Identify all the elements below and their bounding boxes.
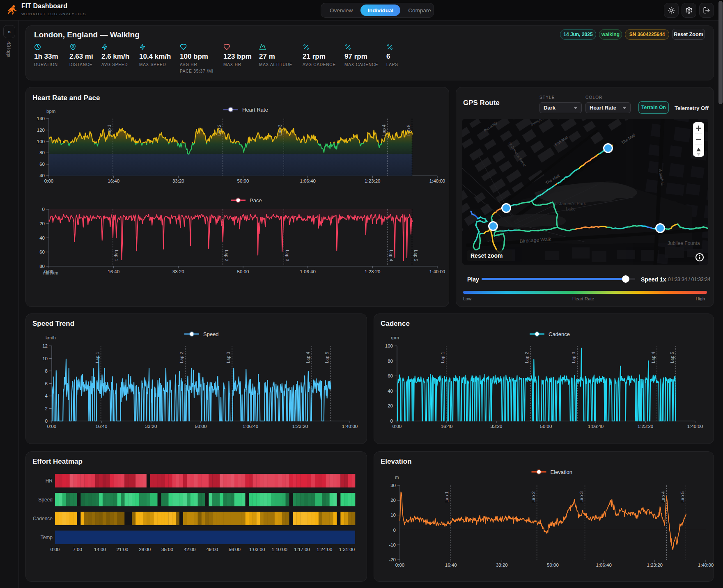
svg-text:min/km: min/km — [43, 270, 58, 275]
svg-text:Lap 2: Lap 2 — [531, 491, 536, 503]
svg-text:1:40:00: 1:40:00 — [698, 563, 714, 567]
svg-text:Lap 2: Lap 2 — [524, 352, 529, 363]
svg-text:8: 8 — [45, 368, 48, 373]
svg-text:35:00: 35:00 — [161, 547, 173, 552]
svg-text:Lap 1: Lap 1 — [114, 250, 119, 261]
svg-text:Lake: Lake — [566, 206, 576, 211]
svg-text:Effort Heatmap: Effort Heatmap — [32, 458, 83, 465]
svg-text:Cadence: Cadence — [549, 331, 570, 337]
svg-text:2: 2 — [45, 406, 48, 411]
svg-text:Lap 5: Lap 5 — [680, 491, 685, 503]
svg-text:0: 0 — [42, 207, 45, 212]
svg-text:Lap 4: Lap 4 — [305, 352, 310, 363]
svg-text:Lap 1: Lap 1 — [444, 491, 449, 503]
svg-text:0:00: 0:00 — [395, 563, 404, 567]
svg-text:7:00: 7:00 — [73, 547, 82, 552]
svg-text:40: 40 — [388, 389, 393, 394]
svg-text:33:20: 33:20 — [172, 178, 184, 183]
svg-text:rpm: rpm — [391, 335, 399, 340]
svg-text:80: 80 — [388, 359, 393, 364]
svg-text:1:10:00: 1:10:00 — [272, 547, 287, 552]
svg-text:42:00: 42:00 — [184, 547, 196, 552]
svg-text:12: 12 — [42, 343, 48, 348]
svg-text:HR: HR — [46, 478, 53, 484]
svg-text:1:06:40: 1:06:40 — [300, 178, 316, 183]
svg-text:16:40: 16:40 — [108, 269, 119, 274]
svg-text:10: 10 — [390, 512, 396, 517]
svg-text:40: 40 — [39, 236, 45, 240]
svg-text:1:23:20: 1:23:20 — [292, 424, 308, 429]
svg-text:1:40:00: 1:40:00 — [687, 424, 703, 429]
svg-text:Lap 1: Lap 1 — [440, 352, 445, 363]
svg-text:49:00: 49:00 — [206, 547, 218, 552]
svg-text:33:20: 33:20 — [145, 424, 157, 429]
svg-text:50:00: 50:00 — [547, 563, 559, 567]
svg-text:Lap 3: Lap 3 — [571, 352, 576, 363]
svg-text:21:00: 21:00 — [117, 547, 129, 552]
svg-text:6: 6 — [45, 381, 48, 386]
svg-text:1:23:20: 1:23:20 — [647, 563, 663, 567]
svg-text:Speed Trend: Speed Trend — [32, 320, 74, 327]
svg-text:Lap 3: Lap 3 — [285, 250, 290, 261]
svg-text:1:23:20: 1:23:20 — [365, 269, 380, 274]
svg-text:Lap 5: Lap 5 — [324, 352, 329, 363]
svg-text:16:40: 16:40 — [108, 178, 119, 183]
svg-text:1:03:00: 1:03:00 — [249, 547, 265, 552]
svg-text:100: 100 — [37, 139, 45, 144]
svg-text:0:00: 0:00 — [47, 424, 56, 429]
svg-text:40: 40 — [39, 173, 45, 178]
svg-text:1:23:20: 1:23:20 — [638, 424, 653, 429]
svg-text:28:00: 28:00 — [139, 547, 151, 552]
svg-text:-20: -20 — [389, 557, 396, 562]
svg-text:Lap 4: Lap 4 — [381, 124, 386, 136]
svg-text:Lap 5: Lap 5 — [670, 352, 675, 363]
svg-text:Reset zoom: Reset zoom — [471, 252, 503, 259]
svg-text:St James's Park: St James's Park — [553, 201, 586, 206]
svg-text:0:00: 0:00 — [44, 178, 53, 183]
svg-text:m: m — [395, 475, 399, 480]
svg-text:100: 100 — [385, 343, 393, 348]
svg-text:20: 20 — [388, 403, 393, 408]
svg-text:0:00: 0:00 — [50, 547, 60, 552]
svg-text:Speed: Speed — [38, 497, 53, 503]
svg-text:20: 20 — [39, 221, 45, 226]
svg-text:10: 10 — [42, 356, 48, 361]
svg-text:bpm: bpm — [46, 109, 55, 114]
svg-text:Lap 4: Lap 4 — [389, 250, 394, 261]
svg-text:0: 0 — [45, 419, 48, 423]
svg-text:Lap 2: Lap 2 — [224, 250, 229, 261]
svg-text:Speed: Speed — [203, 331, 219, 337]
svg-text:0: 0 — [393, 528, 396, 533]
svg-text:16:40: 16:40 — [96, 424, 108, 429]
svg-text:120: 120 — [37, 128, 45, 133]
svg-text:Lap 5: Lap 5 — [413, 250, 418, 261]
svg-text:4: 4 — [45, 394, 48, 398]
svg-text:Cadence: Cadence — [33, 516, 53, 522]
svg-text:60: 60 — [39, 249, 45, 254]
svg-text:1:17:00: 1:17:00 — [294, 547, 310, 552]
svg-text:1:40:00: 1:40:00 — [429, 269, 445, 274]
svg-text:Pace: Pace — [250, 197, 262, 204]
svg-text:Lap 2: Lap 2 — [179, 352, 184, 363]
svg-text:1:24:00: 1:24:00 — [317, 547, 332, 552]
svg-text:16:40: 16:40 — [445, 563, 457, 567]
svg-text:16:40: 16:40 — [441, 424, 453, 429]
svg-text:50:00: 50:00 — [237, 269, 249, 274]
svg-text:Lap 4: Lap 4 — [661, 491, 666, 503]
svg-text:60: 60 — [39, 162, 45, 167]
svg-text:Lap 4: Lap 4 — [651, 352, 656, 363]
svg-text:Cadence: Cadence — [381, 320, 410, 327]
svg-text:km/h: km/h — [46, 335, 56, 340]
svg-text:1:23:20: 1:23:20 — [365, 178, 380, 183]
svg-text:Elevation: Elevation — [551, 469, 572, 475]
svg-text:Temp: Temp — [41, 535, 53, 540]
svg-text:Heart Rate: Heart Rate — [242, 107, 268, 113]
svg-text:80: 80 — [39, 264, 45, 269]
svg-text:50:00: 50:00 — [237, 178, 249, 183]
svg-text:1:06:40: 1:06:40 — [588, 424, 604, 429]
svg-text:30: 30 — [390, 483, 396, 488]
svg-text:Heart Rate and Pace: Heart Rate and Pace — [32, 94, 100, 102]
svg-text:20: 20 — [390, 498, 396, 503]
svg-text:1:40:00: 1:40:00 — [342, 424, 358, 429]
svg-text:1:31:00: 1:31:00 — [339, 547, 355, 552]
